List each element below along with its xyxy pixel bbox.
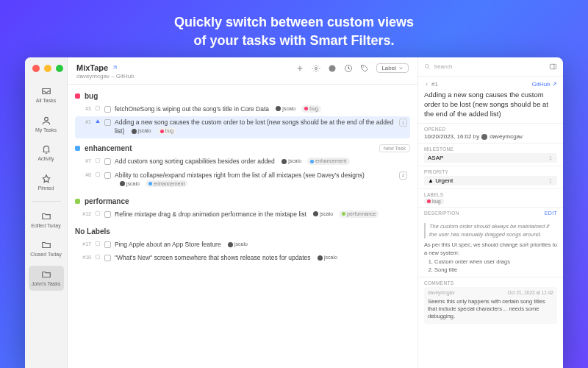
folder-icon bbox=[40, 211, 52, 222]
milestone-select[interactable]: ASAP bbox=[424, 153, 557, 163]
task-row[interactable]: #17Ping Apple about an App Store feature… bbox=[75, 238, 410, 252]
bell-icon bbox=[40, 144, 52, 155]
assignee-chip: jscalo bbox=[315, 254, 340, 261]
description-label: DESCRIPTION bbox=[424, 210, 459, 216]
sidebar-item-label: Activity bbox=[37, 156, 54, 162]
maximize-icon[interactable] bbox=[56, 65, 63, 72]
sidebar-item-label: My Tasks bbox=[35, 127, 57, 133]
task-row[interactable]: #1Adding a new song causes the custom or… bbox=[75, 116, 410, 138]
label-chip[interactable]: bug bbox=[424, 199, 444, 204]
priority-label: PRIORITY bbox=[424, 169, 557, 174]
hero-line-1: Quickly switch between custom views bbox=[0, 13, 588, 32]
panel-toggle-icon[interactable] bbox=[549, 63, 557, 71]
label-chip: enhancement bbox=[146, 180, 187, 188]
svg-point-2 bbox=[329, 65, 336, 71]
new-task-button[interactable]: New Task bbox=[379, 144, 410, 152]
svg-rect-7 bbox=[96, 172, 99, 176]
task-checkbox[interactable] bbox=[104, 211, 111, 218]
section-title: performance bbox=[85, 197, 410, 205]
svg-rect-12 bbox=[550, 64, 556, 68]
svg-rect-9 bbox=[96, 242, 99, 246]
task-checkbox[interactable] bbox=[104, 158, 111, 165]
sidebar-item-pinned[interactable]: Pinned bbox=[29, 170, 64, 195]
label-chip: enhancement bbox=[307, 158, 349, 165]
task-title: Ability to collapse/expand mixtapes righ… bbox=[115, 171, 395, 189]
folder-icon bbox=[40, 240, 52, 250]
sidebar-item-my-tasks[interactable]: My Tasks bbox=[29, 112, 64, 137]
sidebar-item-edited-today[interactable]: Edited Today bbox=[29, 208, 64, 233]
labels-label: LABELS bbox=[424, 192, 557, 197]
titlebar: MixTape daveymcgav – GitHub Label bbox=[68, 57, 417, 85]
edit-link[interactable]: Edit bbox=[545, 210, 557, 216]
svg-rect-5 bbox=[96, 106, 99, 110]
comment-user: daveymcgav bbox=[428, 290, 455, 297]
milestone-label: MILESTONE bbox=[424, 146, 557, 152]
filter-icon[interactable] bbox=[328, 64, 337, 73]
task-row[interactable]: #3fetchOneSong is wiping out the song's … bbox=[75, 103, 410, 116]
task-checkbox[interactable] bbox=[104, 119, 111, 126]
status-icon bbox=[95, 254, 101, 260]
section-title: No Labels bbox=[75, 227, 410, 236]
opened-value: 10/20/2023, 16:02 by daveymcgav bbox=[424, 133, 557, 140]
chevron-updown-icon bbox=[548, 178, 553, 184]
tray-icon bbox=[40, 86, 52, 96]
task-row[interactable]: #18"What's New" screen somewhere that sh… bbox=[75, 252, 410, 265]
task-row[interactable]: #12Refine mixtape drag & drop animation … bbox=[75, 208, 410, 222]
sidebar-item-label: All Tasks bbox=[36, 98, 57, 104]
task-list: bug#3fetchOneSong is wiping out the song… bbox=[68, 85, 417, 368]
task-title: "What's New" screen somewhere that shows… bbox=[115, 254, 407, 263]
issue-number: #1 bbox=[424, 81, 438, 88]
task-checkbox[interactable] bbox=[104, 106, 111, 113]
sidebar-item-all-tasks[interactable]: All Tasks bbox=[29, 82, 64, 107]
sidebar-item-activity[interactable]: Activity bbox=[29, 141, 64, 166]
chevron-updown-icon bbox=[548, 155, 553, 161]
status-icon bbox=[95, 241, 101, 247]
task-checkbox[interactable] bbox=[104, 172, 111, 179]
comment-count: 2 bbox=[399, 171, 407, 180]
sidebar-item-closed-today[interactable]: Closed Today bbox=[29, 236, 64, 261]
task-row[interactable]: #8Ability to collapse/expand mixtapes ri… bbox=[75, 169, 410, 191]
main-pane: MixTape daveymcgav – GitHub Label bug#3f… bbox=[68, 57, 417, 368]
sidebar-item-johns-tasks[interactable]: John's Tasks bbox=[29, 266, 64, 291]
plus-icon[interactable] bbox=[295, 64, 304, 73]
task-title: Add custom song sorting capabilities bes… bbox=[115, 158, 407, 166]
priority-select[interactable]: ▲ Urgent bbox=[424, 176, 557, 185]
svg-rect-8 bbox=[96, 211, 99, 215]
chevron-left-icon[interactable] bbox=[424, 82, 429, 87]
task-checkbox[interactable] bbox=[104, 255, 111, 261]
person-icon bbox=[40, 116, 52, 126]
comment-text: Seems this only happens with certain son… bbox=[428, 298, 553, 320]
assignee-chip: jscalo bbox=[225, 241, 251, 248]
source-link[interactable]: GitHub ↗ bbox=[532, 81, 557, 88]
window-controls bbox=[32, 65, 63, 72]
comment: daveymcgavOct 21, 2023 at 11:42 Seems th… bbox=[424, 287, 557, 323]
label-dropdown[interactable]: Label bbox=[376, 63, 409, 73]
app-window: All Tasks My Tasks Activity Pinned Edite… bbox=[25, 57, 563, 368]
label-chip: bug bbox=[301, 105, 321, 113]
sidebar-item-label: Closed Today bbox=[30, 252, 61, 258]
assignee-chip: jscalo bbox=[117, 180, 143, 188]
svg-point-4 bbox=[363, 66, 365, 68]
task-checkbox[interactable] bbox=[104, 241, 111, 248]
opened-label: OPENED bbox=[424, 127, 557, 132]
label-chip: bug bbox=[157, 127, 177, 135]
svg-point-0 bbox=[44, 117, 48, 121]
svg-rect-6 bbox=[96, 159, 99, 163]
pin-icon bbox=[40, 174, 52, 184]
external-link-icon[interactable] bbox=[111, 65, 118, 71]
close-icon[interactable] bbox=[32, 65, 40, 72]
assignee-chip: jscalo bbox=[310, 210, 336, 218]
project-title: MixTape bbox=[76, 63, 108, 72]
gear-icon[interactable] bbox=[312, 64, 320, 73]
tag-icon[interactable] bbox=[360, 64, 369, 73]
status-icon bbox=[95, 210, 101, 216]
sidebar-item-label: Pinned bbox=[38, 185, 54, 191]
priority-icon bbox=[95, 118, 101, 124]
task-number: #1 bbox=[78, 118, 91, 126]
section-title: bug bbox=[85, 92, 410, 100]
task-row[interactable]: #7Add custom song sorting capabilities b… bbox=[75, 155, 410, 169]
clock-icon[interactable] bbox=[344, 64, 353, 73]
task-number: #3 bbox=[78, 105, 91, 113]
search-input[interactable]: Search bbox=[424, 63, 545, 70]
minimize-icon[interactable] bbox=[44, 65, 51, 72]
